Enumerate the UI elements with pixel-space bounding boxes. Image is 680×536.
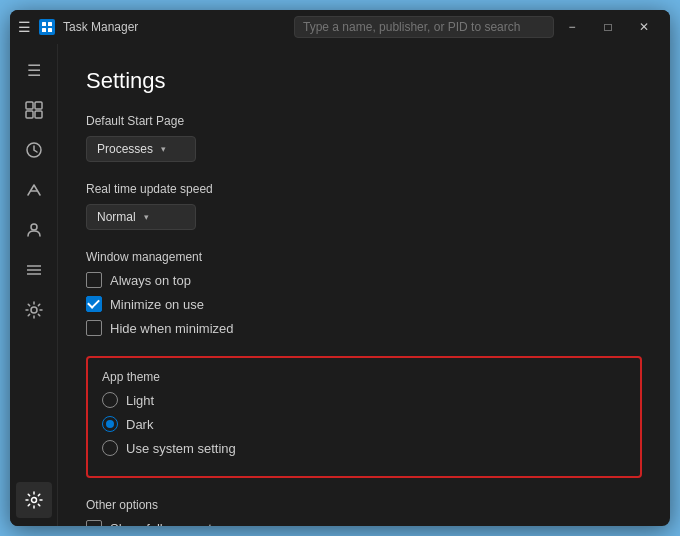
realtime-update-label: Real time update speed xyxy=(86,182,642,196)
realtime-update-section: Real time update speed Normal ▾ xyxy=(86,182,642,230)
minimize-on-use-checkbox[interactable] xyxy=(86,296,102,312)
realtime-dropdown-value: Normal xyxy=(97,210,136,224)
svg-rect-4 xyxy=(26,102,33,109)
chevron-down-icon-2: ▾ xyxy=(144,212,149,222)
sidebar-item-history[interactable] xyxy=(16,132,52,168)
always-on-top-row: Always on top xyxy=(86,272,642,288)
sidebar: ☰ xyxy=(10,44,58,526)
app-theme-label: App theme xyxy=(102,370,626,384)
main-window: ☰ Task Manager − □ ✕ ☰ xyxy=(10,10,670,526)
dark-radio[interactable] xyxy=(102,416,118,432)
sidebar-item-services[interactable] xyxy=(16,292,52,328)
app-title: Task Manager xyxy=(63,20,138,34)
sidebar-item-startup[interactable] xyxy=(16,172,52,208)
system-theme-row: Use system setting xyxy=(102,440,626,456)
light-label[interactable]: Light xyxy=(126,393,154,408)
system-radio[interactable] xyxy=(102,440,118,456)
svg-rect-3 xyxy=(48,28,52,32)
default-start-page-label: Default Start Page xyxy=(86,114,642,128)
minimize-button[interactable]: − xyxy=(554,11,590,43)
realtime-update-dropdown[interactable]: Normal ▾ xyxy=(86,204,196,230)
system-setting-label[interactable]: Use system setting xyxy=(126,441,236,456)
minimize-on-use-row: Minimize on use xyxy=(86,296,642,312)
svg-rect-5 xyxy=(35,102,42,109)
chevron-down-icon: ▾ xyxy=(161,144,166,154)
other-options-section: Other options Show full account name Sho… xyxy=(86,498,642,526)
svg-rect-6 xyxy=(26,111,33,118)
default-start-page-dropdown[interactable]: Processes ▾ xyxy=(86,136,196,162)
titlebar: ☰ Task Manager − □ ✕ xyxy=(10,10,670,44)
minimize-on-use-label[interactable]: Minimize on use xyxy=(110,297,204,312)
main-area: ☰ xyxy=(10,44,670,526)
svg-point-14 xyxy=(31,307,37,313)
search-container xyxy=(294,16,554,38)
always-on-top-checkbox[interactable] xyxy=(86,272,102,288)
default-start-page-section: Default Start Page Processes ▾ xyxy=(86,114,642,162)
light-radio[interactable] xyxy=(102,392,118,408)
sidebar-item-processes[interactable] xyxy=(16,92,52,128)
titlebar-controls: − □ ✕ xyxy=(554,11,662,43)
app-icon xyxy=(39,19,55,35)
light-theme-row: Light xyxy=(102,392,626,408)
show-full-account-label[interactable]: Show full account name xyxy=(110,521,248,527)
titlebar-left: ☰ Task Manager xyxy=(18,19,294,35)
page-title: Settings xyxy=(86,68,642,94)
svg-rect-1 xyxy=(48,22,52,26)
svg-rect-0 xyxy=(42,22,46,26)
dark-label[interactable]: Dark xyxy=(126,417,153,432)
window-management-label: Window management xyxy=(86,250,642,264)
content-area: Settings Default Start Page Processes ▾ … xyxy=(58,44,670,526)
hide-when-minimized-checkbox[interactable] xyxy=(86,320,102,336)
other-options-label: Other options xyxy=(86,498,642,512)
window-management-section: Window management Always on top Minimize… xyxy=(86,250,642,336)
search-input[interactable] xyxy=(294,16,554,38)
dark-theme-row: Dark xyxy=(102,416,626,432)
sidebar-item-details[interactable] xyxy=(16,252,52,288)
svg-rect-2 xyxy=(42,28,46,32)
svg-point-10 xyxy=(31,224,37,230)
close-button[interactable]: ✕ xyxy=(626,11,662,43)
sidebar-item-users[interactable] xyxy=(16,212,52,248)
hamburger-icon[interactable]: ☰ xyxy=(18,19,31,35)
dropdown-value: Processes xyxy=(97,142,153,156)
app-theme-section: App theme Light Dark Use system setting xyxy=(86,356,642,478)
hide-when-minimized-row: Hide when minimized xyxy=(86,320,642,336)
always-on-top-label[interactable]: Always on top xyxy=(110,273,191,288)
svg-rect-7 xyxy=(35,111,42,118)
sidebar-item-settings[interactable] xyxy=(16,482,52,518)
show-full-account-checkbox[interactable] xyxy=(86,520,102,526)
show-full-account-row: Show full account name xyxy=(86,520,642,526)
sidebar-item-menu[interactable]: ☰ xyxy=(16,52,52,88)
svg-point-15 xyxy=(31,498,36,503)
hide-when-minimized-label[interactable]: Hide when minimized xyxy=(110,321,234,336)
maximize-button[interactable]: □ xyxy=(590,11,626,43)
